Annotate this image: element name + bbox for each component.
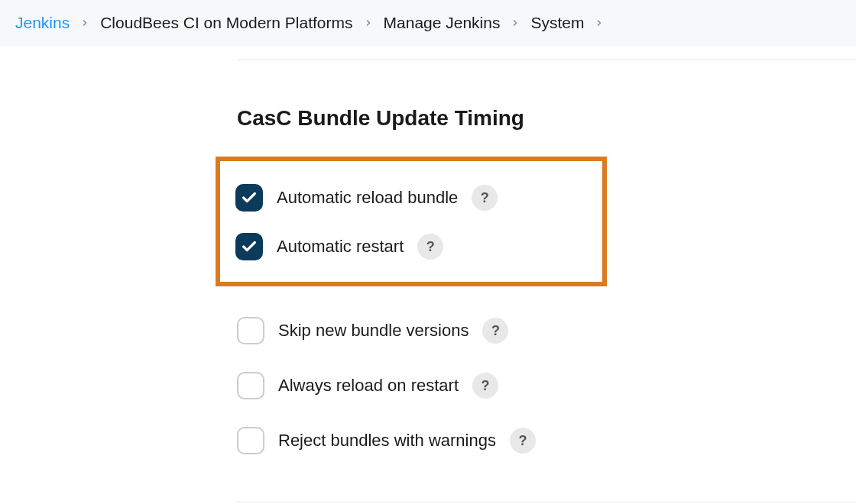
breadcrumb-item-system[interactable]: System	[530, 14, 584, 32]
option-always-reload-on-restart: Always reload on restart ?	[237, 358, 856, 413]
chevron-right-icon	[80, 18, 89, 27]
checkbox-automatic-reload-bundle[interactable]	[235, 184, 263, 212]
checkbox-always-reload-on-restart[interactable]	[237, 372, 264, 399]
option-label[interactable]: Skip new bundle versions	[278, 321, 469, 341]
option-automatic-restart: Automatic restart ?	[235, 222, 587, 271]
section-title: CasC Bundle Update Timing	[237, 106, 856, 131]
checkbox-reject-bundles-with-warnings[interactable]	[237, 427, 264, 454]
highlight-box: Automatic reload bundle ? Automatic rest…	[216, 157, 607, 286]
option-skip-new-bundle-versions: Skip new bundle versions ?	[237, 303, 856, 358]
help-icon[interactable]: ?	[472, 185, 498, 211]
help-icon[interactable]: ?	[472, 373, 498, 399]
help-icon[interactable]: ?	[510, 428, 536, 454]
divider	[237, 60, 856, 60]
chevron-right-icon	[364, 18, 373, 27]
option-label[interactable]: Automatic restart	[277, 237, 404, 257]
breadcrumb-item-cloudbees[interactable]: CloudBees CI on Modern Platforms	[100, 14, 352, 32]
breadcrumb-item-manage-jenkins[interactable]: Manage Jenkins	[384, 14, 501, 32]
option-automatic-reload-bundle: Automatic reload bundle ?	[235, 173, 587, 222]
chevron-right-icon	[595, 18, 604, 27]
option-label[interactable]: Reject bundles with warnings	[278, 431, 496, 451]
option-reject-bundles-with-warnings: Reject bundles with warnings ?	[237, 413, 856, 468]
option-label[interactable]: Always reload on restart	[278, 376, 459, 396]
checkbox-skip-new-bundle-versions[interactable]	[237, 317, 264, 344]
help-icon[interactable]: ?	[482, 318, 508, 344]
breadcrumb: Jenkins CloudBees CI on Modern Platforms…	[0, 0, 856, 46]
chevron-right-icon	[511, 18, 520, 27]
divider	[237, 502, 856, 502]
help-icon[interactable]: ?	[417, 234, 443, 260]
breadcrumb-item-jenkins[interactable]: Jenkins	[15, 14, 70, 32]
main-content: CasC Bundle Update Timing Automatic relo…	[0, 60, 856, 502]
option-label[interactable]: Automatic reload bundle	[277, 188, 458, 208]
checkbox-automatic-restart[interactable]	[235, 233, 263, 260]
